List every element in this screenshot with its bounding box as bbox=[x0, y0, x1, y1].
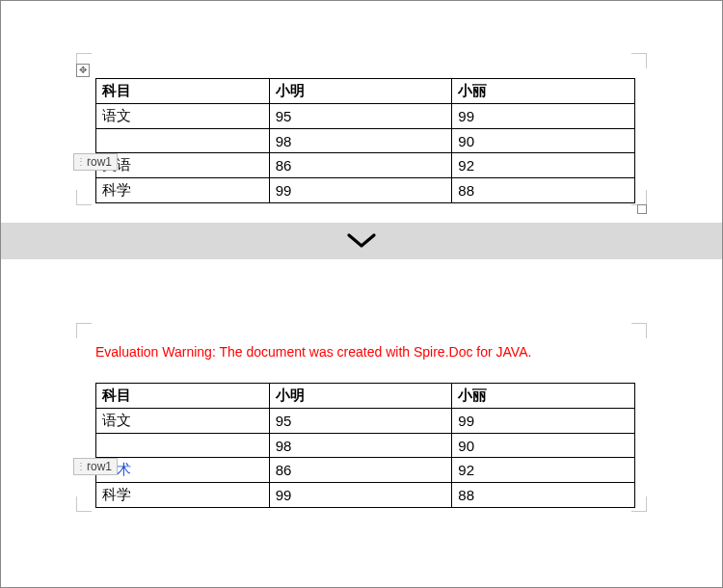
table-resize-handle[interactable] bbox=[637, 204, 647, 214]
row-tag[interactable]: row1 bbox=[73, 153, 118, 171]
cell-changed: 艺术 bbox=[96, 458, 270, 483]
header-xiaoli: 小丽 bbox=[452, 79, 635, 104]
cell: 99 bbox=[452, 104, 635, 129]
cell: 语文 bbox=[96, 409, 270, 434]
chevron-down-icon bbox=[345, 231, 378, 251]
cell: 86 bbox=[269, 153, 452, 178]
crop-mark bbox=[76, 323, 92, 338]
table-row[interactable]: 98 90 bbox=[96, 434, 635, 458]
cell: 88 bbox=[452, 178, 635, 203]
cell: 95 bbox=[269, 104, 452, 129]
cell: 95 bbox=[269, 409, 452, 434]
cell: 86 bbox=[269, 458, 452, 483]
cell: 科学 bbox=[96, 178, 270, 203]
header-subject: 科目 bbox=[96, 384, 270, 409]
cell: 语文 bbox=[96, 104, 270, 129]
table-row[interactable]: 语文 95 99 bbox=[96, 104, 635, 129]
cell bbox=[96, 129, 270, 153]
row-tag-label: row1 bbox=[79, 155, 112, 169]
row-tag[interactable]: row1 bbox=[73, 458, 118, 475]
cell: 科学 bbox=[96, 483, 270, 508]
header-xiaoming: 小明 bbox=[269, 79, 452, 104]
table-row[interactable]: 英语 86 92 bbox=[96, 153, 635, 178]
table-header-row: 科目 小明 小丽 bbox=[96, 79, 635, 104]
cell: 90 bbox=[452, 129, 635, 153]
header-xiaoming: 小明 bbox=[269, 384, 452, 409]
table-row[interactable]: 科学 99 88 bbox=[96, 178, 635, 203]
document-page-after: ✥ Evaluation Warning: The document was c… bbox=[1, 259, 722, 547]
table-row[interactable]: 艺术 86 92 bbox=[96, 458, 635, 483]
cell: 90 bbox=[452, 434, 635, 458]
cell: 99 bbox=[269, 178, 452, 203]
evaluation-warning: Evaluation Warning: The document was cre… bbox=[95, 344, 635, 360]
header-xiaoli: 小丽 bbox=[452, 384, 635, 409]
cell: 英语 bbox=[96, 153, 270, 178]
cell: 98 bbox=[269, 434, 452, 458]
table-row[interactable]: 98 90 bbox=[96, 129, 635, 153]
score-table-after[interactable]: 科目 小明 小丽 语文 95 99 98 90 艺术 86 92 科学 99 bbox=[95, 383, 635, 508]
cell: 99 bbox=[452, 409, 635, 434]
crop-mark bbox=[631, 323, 647, 338]
cell: 88 bbox=[452, 483, 635, 508]
crop-mark bbox=[631, 53, 647, 68]
table-header-row: 科目 小明 小丽 bbox=[96, 384, 635, 409]
score-table-before[interactable]: 科目 小明 小丽 语文 95 99 98 90 英语 86 92 科学 99 bbox=[95, 78, 635, 203]
table-row[interactable]: 科学 99 88 bbox=[96, 483, 635, 508]
row-tag-label: row1 bbox=[79, 460, 112, 473]
document-page-before: ✥ row1 科目 小明 小丽 语文 95 99 98 90 英语 bbox=[1, 1, 722, 223]
separator-band bbox=[1, 223, 722, 259]
table-move-handle-icon[interactable]: ✥ bbox=[76, 64, 90, 77]
header-subject: 科目 bbox=[96, 79, 270, 104]
cell: 92 bbox=[452, 458, 635, 483]
cell: 92 bbox=[452, 153, 635, 178]
table-row[interactable]: 语文 95 99 bbox=[96, 409, 635, 434]
cell: 99 bbox=[269, 483, 452, 508]
cell: 98 bbox=[269, 129, 452, 153]
cell bbox=[96, 434, 270, 458]
